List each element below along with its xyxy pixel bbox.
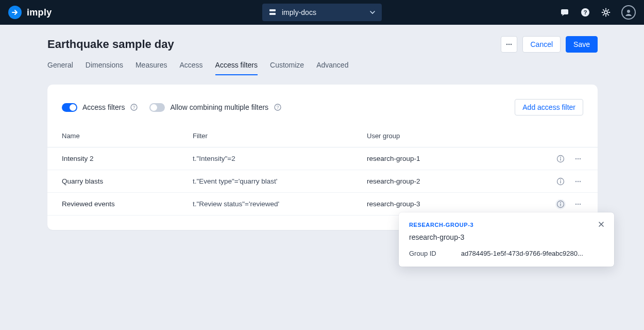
- brand: imply: [8, 6, 52, 19]
- toggle-combine-filters[interactable]: [149, 103, 165, 112]
- svg-point-9: [511, 44, 512, 45]
- tab-access-filters[interactable]: Access filters: [215, 58, 258, 75]
- access-filters-card: Access filters ? Allow combining multipl…: [47, 85, 598, 230]
- topbar: imply imply-docs ?: [0, 0, 644, 25]
- svg-point-5: [604, 11, 607, 14]
- cell-filter: t."Event type"='quarry blast': [193, 177, 367, 185]
- col-group: User group: [367, 132, 536, 140]
- table-row: Intensity 2 t."Intensity"=2 research-gro…: [47, 147, 598, 170]
- row-actions: [536, 176, 583, 187]
- chevron-down-icon: [369, 9, 376, 15]
- svg-rect-22: [560, 181, 561, 184]
- svg-point-17: [575, 158, 577, 159]
- gear-icon[interactable]: [601, 7, 611, 18]
- save-button[interactable]: Save: [566, 36, 598, 53]
- svg-point-18: [578, 158, 579, 159]
- svg-point-29: [575, 203, 577, 204]
- card-controls: Access filters ? Allow combining multipl…: [47, 99, 598, 125]
- help-icon[interactable]: ?: [130, 103, 138, 111]
- svg-point-24: [578, 180, 579, 182]
- tab-access[interactable]: Access: [179, 58, 202, 75]
- svg-rect-1: [269, 13, 276, 15]
- info-icon[interactable]: [555, 154, 566, 164]
- more-icon[interactable]: [573, 176, 583, 187]
- svg-rect-2: [561, 9, 568, 14]
- svg-point-27: [560, 202, 561, 203]
- row-actions: [536, 199, 583, 209]
- svg-text:?: ?: [584, 9, 587, 15]
- logo-text: imply: [27, 7, 52, 18]
- cell-name: Intensity 2: [62, 155, 193, 162]
- svg-point-6: [627, 10, 630, 13]
- svg-point-25: [580, 180, 581, 182]
- col-name: Name: [62, 132, 193, 140]
- svg-point-21: [560, 179, 561, 180]
- cell-name: Quarry blasts: [62, 177, 193, 185]
- page-actions: Cancel Save: [501, 36, 598, 53]
- cell-group: research-group-3: [367, 200, 536, 208]
- cell-filter: t."Review status"='reviewed': [193, 200, 367, 208]
- page-header: Earthquake sample day Cancel Save: [47, 36, 598, 53]
- svg-point-7: [506, 44, 508, 45]
- page: Earthquake sample day Cancel Save Genera…: [0, 25, 644, 230]
- table-row: Quarry blasts t."Event type"='quarry bla…: [47, 170, 598, 193]
- topbar-actions: ?: [560, 5, 636, 20]
- toggle-access-filters[interactable]: [62, 103, 77, 112]
- more-icon[interactable]: [573, 154, 583, 164]
- cell-filter: t."Intensity"=2: [193, 155, 367, 162]
- tab-dimensions[interactable]: Dimensions: [86, 58, 123, 75]
- more-icon[interactable]: [573, 199, 583, 209]
- svg-point-31: [580, 203, 581, 204]
- svg-text:?: ?: [133, 105, 135, 110]
- cell-name: Reviewed events: [62, 200, 193, 208]
- info-icon[interactable]: [555, 176, 566, 187]
- tabs: General Dimensions Measures Access Acces…: [47, 58, 598, 75]
- tab-measures[interactable]: Measures: [135, 58, 167, 75]
- cell-group: research-group-1: [367, 155, 536, 162]
- page-title: Earthquake sample day: [47, 38, 174, 51]
- help-icon[interactable]: ?: [274, 103, 282, 111]
- svg-point-30: [578, 203, 579, 204]
- svg-point-15: [560, 157, 561, 158]
- svg-rect-0: [269, 9, 276, 11]
- svg-rect-16: [560, 158, 561, 161]
- popover-eyebrow: RESEARCH-GROUP-3: [409, 222, 604, 228]
- tab-customize[interactable]: Customize: [270, 58, 304, 75]
- popover-field-label: Group ID: [409, 250, 436, 257]
- add-access-filter-button[interactable]: Add access filter: [515, 99, 583, 116]
- avatar[interactable]: [621, 5, 636, 20]
- col-filter: Filter: [193, 132, 367, 140]
- more-button[interactable]: [501, 36, 517, 53]
- table-head: Name Filter User group: [47, 125, 598, 147]
- toggle-combine-group: Allow combining multiple filters ?: [149, 103, 282, 112]
- svg-text:?: ?: [277, 105, 279, 110]
- tab-general[interactable]: General: [47, 58, 73, 75]
- popover-title: research-group-3: [409, 233, 604, 241]
- svg-point-19: [580, 158, 581, 159]
- project-name: imply-docs: [282, 8, 316, 16]
- tab-advanced[interactable]: Advanced: [316, 58, 348, 75]
- svg-point-23: [575, 180, 577, 182]
- toggle-access-filters-group: Access filters ?: [62, 103, 138, 112]
- toggle-access-filters-label: Access filters: [82, 103, 125, 111]
- svg-rect-28: [560, 204, 561, 206]
- toggle-combine-filters-label: Allow combining multiple filters: [170, 103, 268, 111]
- row-actions: [536, 154, 583, 164]
- cell-group: research-group-2: [367, 177, 536, 185]
- cancel-button[interactable]: Cancel: [522, 36, 561, 53]
- help-icon[interactable]: ?: [580, 7, 590, 18]
- chat-icon[interactable]: [560, 7, 570, 18]
- close-icon[interactable]: [596, 219, 607, 230]
- more-icon: [505, 41, 513, 48]
- database-icon: [268, 8, 277, 16]
- project-dropdown[interactable]: imply-docs: [262, 4, 382, 21]
- group-popover: RESEARCH-GROUP-3 research-group-3 Group …: [399, 212, 614, 267]
- svg-point-8: [509, 44, 510, 45]
- logo-icon: [8, 6, 22, 19]
- popover-field: Group ID ad784495-1e5f-473d-9766-9feabc9…: [409, 250, 604, 257]
- filters-table: Name Filter User group Intensity 2 t."In…: [47, 125, 598, 216]
- popover-field-value: ad784495-1e5f-473d-9766-9feabc9280...: [461, 250, 604, 257]
- info-icon[interactable]: [555, 199, 566, 209]
